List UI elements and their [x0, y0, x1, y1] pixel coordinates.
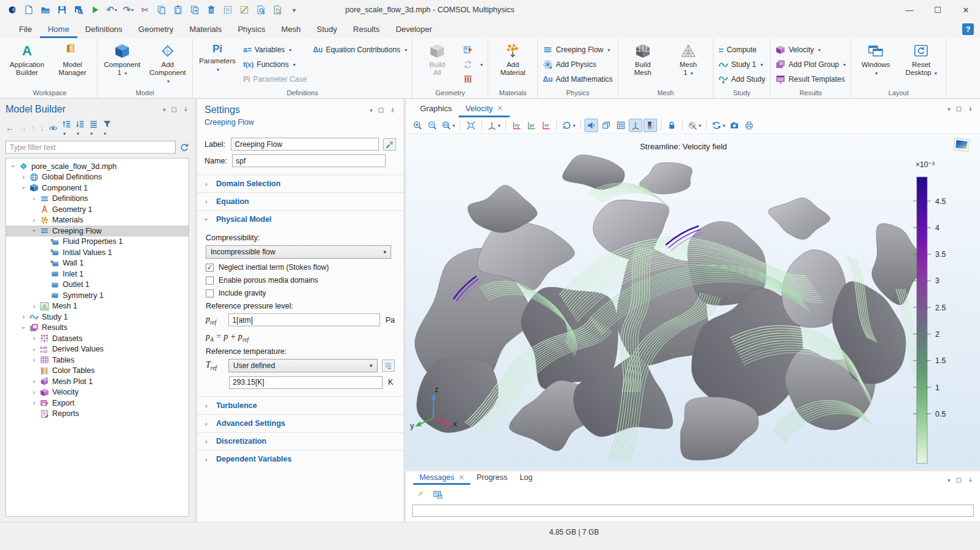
move-down-icon[interactable]: ↓	[40, 124, 44, 133]
tree-item-mesh-1[interactable]: ›Mesh 1	[6, 301, 189, 312]
tree-expander-icon[interactable]: ›	[29, 356, 39, 363]
import-geometry-button[interactable]	[463, 44, 483, 56]
parameters-button[interactable]: PiParameters▾	[198, 41, 237, 74]
ref-temp-select[interactable]: User defined ▾	[228, 359, 378, 372]
menu-tab-home[interactable]: Home	[40, 22, 77, 38]
section-physical-model[interactable]: ›Physical Model Compressibility: Incompr…	[197, 210, 403, 396]
tree-item-tables[interactable]: ›Tables	[6, 355, 189, 366]
save-icon[interactable]	[55, 2, 69, 17]
ref-temp-field[interactable]	[229, 376, 383, 389]
velocity-button[interactable]: Velocity▾	[776, 44, 846, 56]
graphics-canvas[interactable]: Streamline: Velocity field ×10⁻³ 4.543.5…	[406, 134, 980, 469]
variables-button[interactable]: a=Variables▾	[243, 44, 307, 56]
functions-button[interactable]: f(x)Functions▾	[243, 58, 307, 71]
pin-icon[interactable]	[967, 477, 974, 484]
section-turbulence[interactable]: ›Turbulence	[197, 396, 403, 414]
chevron-down-icon[interactable]: ▾	[163, 105, 166, 114]
zoom-extents-icon[interactable]	[464, 119, 478, 132]
back-icon[interactable]: ←	[6, 124, 14, 133]
zoom-in-icon[interactable]	[411, 119, 424, 132]
tree-item-derived-values[interactable]: ›8.85e-12Derived Values	[6, 344, 189, 355]
transparency-icon[interactable]	[599, 119, 613, 132]
color-legend-icon[interactable]	[644, 119, 657, 132]
section-domain-selection[interactable]: ›Domain Selection	[197, 175, 403, 192]
float-icon[interactable]	[955, 477, 962, 484]
tree-item-mesh-plot-1[interactable]: ›*Mesh Plot 1	[6, 376, 189, 387]
table-messages-icon[interactable]	[431, 488, 445, 501]
rename-button[interactable]	[383, 138, 396, 151]
tab-velocity[interactable]: Velocity✕	[459, 101, 510, 117]
chevron-down-icon[interactable]: ▾	[947, 104, 951, 113]
add-component-button[interactable]: AddComponent ▾	[148, 41, 187, 85]
grid-icon[interactable]	[614, 119, 628, 132]
undo-icon[interactable]: ↶▾	[104, 2, 119, 17]
windows-button[interactable]: Windows▾	[856, 41, 895, 77]
menu-tab-developer[interactable]: Developer	[387, 22, 440, 38]
tree-expander-icon[interactable]: ›	[29, 227, 39, 234]
checkbox-unchecked[interactable]	[206, 289, 214, 297]
new-file-icon[interactable]	[21, 2, 36, 17]
tree-item-geometry-1[interactable]: Geometry 1	[6, 204, 189, 215]
view-xz-icon[interactable]: xz	[539, 119, 553, 132]
tree-item-color-tables[interactable]: Color Tables	[6, 366, 189, 377]
compressibility-select[interactable]: Incompressible flow ▾	[206, 245, 391, 259]
ref-temp-list-button[interactable]	[382, 359, 395, 372]
tree-item-component-1[interactable]: ›Component 1	[6, 183, 189, 194]
add-study-button[interactable]: Add Study	[718, 73, 765, 85]
tree-item-definitions[interactable]: ›Definitions	[6, 194, 189, 205]
clear-selection-icon[interactable]	[237, 2, 252, 17]
tree-expander-icon[interactable]: ›	[29, 335, 39, 342]
pin-icon[interactable]	[967, 106, 974, 112]
menu-tab-mesh[interactable]: Mesh	[273, 22, 309, 38]
section-equation[interactable]: ›Equation	[197, 192, 403, 210]
add-physics-button[interactable]: Add Physics	[543, 58, 613, 71]
add-material-button[interactable]: AddMaterial	[493, 41, 532, 77]
section-advanced-settings[interactable]: ›Advanced Settings	[197, 414, 403, 432]
chevron-down-icon[interactable]: ▾	[947, 476, 951, 484]
run-icon[interactable]	[88, 2, 103, 17]
open-file-icon[interactable]	[38, 2, 53, 17]
float-icon[interactable]	[171, 106, 177, 113]
component-1-button[interactable]: Component1 ▾	[103, 41, 142, 77]
add-plot-group-button[interactable]: Add Plot Group▾	[776, 58, 846, 71]
tree-expander-icon[interactable]: ›	[19, 313, 28, 320]
print-icon[interactable]	[742, 119, 756, 132]
menu-tab-definitions[interactable]: Definitions	[77, 22, 131, 38]
filter-input[interactable]	[6, 141, 176, 154]
equation-contributions-button[interactable]: ΔuEquation Contributions▾	[313, 44, 407, 56]
menu-tab-physics[interactable]: Physics	[230, 22, 273, 38]
save-preview-icon[interactable]	[71, 2, 86, 17]
checkbox-unchecked[interactable]	[206, 277, 214, 285]
tree-item-global-definitions[interactable]: ›Global Definitions	[6, 172, 189, 183]
show-icon[interactable]	[49, 124, 58, 133]
model-tree-node-text-icon[interactable]: ▾	[89, 119, 98, 137]
zoom-out-icon[interactable]	[426, 119, 439, 132]
view-xy-icon[interactable]: xy	[510, 119, 523, 132]
tab-log[interactable]: Log	[513, 471, 539, 485]
reset-desktop-button[interactable]: ResetDesktop ▾	[901, 41, 941, 77]
delete-icon[interactable]	[204, 2, 219, 17]
update-plot-icon[interactable]: ▾	[710, 119, 726, 132]
tree-item-outlet-1[interactable]: Outlet 1	[6, 280, 189, 291]
section-dependent-variables[interactable]: ›Dependent Variables	[197, 450, 403, 468]
find-icon[interactable]	[270, 2, 285, 17]
messages-output[interactable]	[412, 505, 974, 517]
tree-item-results[interactable]: ›Results	[6, 323, 189, 334]
tree-expander-icon[interactable]: ›	[9, 163, 18, 170]
select-box-icon[interactable]	[220, 2, 235, 17]
view-orientation-icon[interactable]	[629, 119, 642, 132]
float-icon[interactable]	[955, 106, 962, 112]
section-discretization[interactable]: ›Discretization	[197, 432, 403, 450]
result-templates-button[interactable]: Result Templates	[776, 73, 846, 85]
menu-tab-results[interactable]: Results	[345, 22, 387, 38]
pin-icon[interactable]	[182, 106, 189, 113]
tree-expander-icon[interactable]: ›	[29, 346, 39, 353]
remove-details-button[interactable]	[463, 73, 483, 85]
go-to-node-icon[interactable]	[179, 143, 189, 152]
tree-expander-icon[interactable]: ›	[19, 174, 28, 181]
collapse-all-icon[interactable]: ▾	[62, 119, 71, 137]
close-icon[interactable]: ✕	[497, 104, 503, 112]
menu-tab-study[interactable]: Study	[309, 22, 345, 38]
build-mesh-button[interactable]: BuildMesh	[623, 41, 663, 77]
tree-expander-icon[interactable]: ›	[19, 184, 28, 191]
